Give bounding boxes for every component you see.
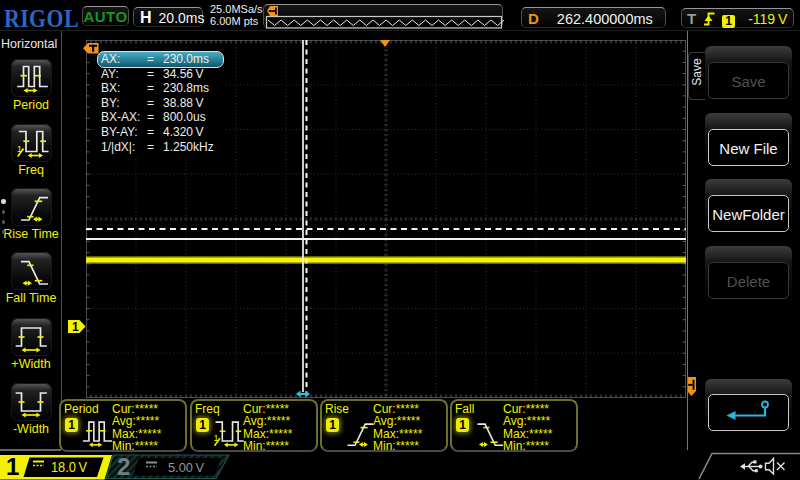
svg-text:1: 1 [72,320,79,333]
svg-text:18.0 V: 18.0 V [51,459,88,475]
svg-text:2: 2 [117,453,130,480]
svg-text:1: 1 [6,453,19,480]
svg-text:5.00 V: 5.00 V [168,460,204,475]
